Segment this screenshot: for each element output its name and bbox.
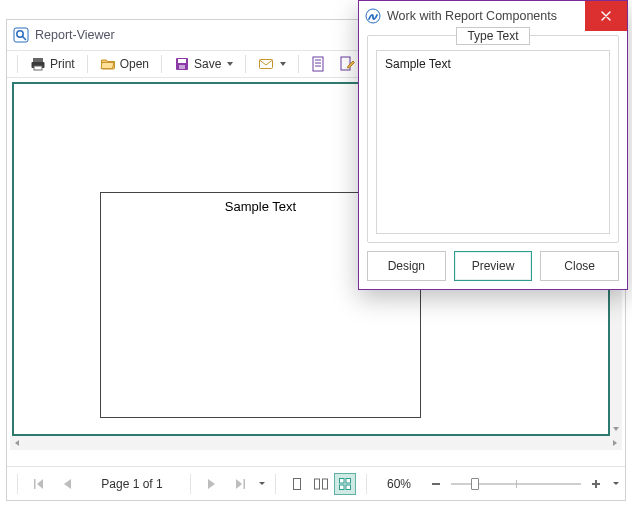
next-page-button[interactable]: [201, 473, 223, 495]
toolbar-separator: [298, 55, 299, 73]
svg-rect-28: [432, 483, 440, 485]
svg-rect-7: [178, 59, 186, 63]
svg-rect-23: [323, 479, 328, 489]
svg-rect-25: [346, 478, 351, 483]
toolbar-separator: [87, 55, 88, 73]
print-button[interactable]: Print: [24, 53, 81, 75]
scroll-down-icon[interactable]: [610, 422, 622, 436]
dialog-app-icon: [365, 8, 381, 24]
printer-icon: [30, 56, 46, 72]
svg-rect-21: [294, 478, 301, 489]
chevron-down-icon: [280, 62, 286, 66]
app-icon: [13, 27, 29, 43]
dialog-title: Work with Report Components: [387, 9, 557, 23]
save-button[interactable]: Save: [168, 53, 239, 75]
mail-icon: [258, 56, 274, 72]
toolbar-separator: [161, 55, 162, 73]
chevron-down-icon[interactable]: [259, 482, 265, 485]
first-page-button[interactable]: [28, 473, 50, 495]
close-icon: [600, 10, 612, 22]
design-button[interactable]: Design: [367, 251, 446, 281]
svg-rect-8: [179, 65, 185, 69]
text-input[interactable]: Sample Text: [376, 50, 610, 234]
svg-rect-19: [34, 479, 36, 489]
chevron-down-icon: [227, 62, 233, 66]
page-icon: [311, 56, 325, 72]
zoom-slider[interactable]: [451, 475, 581, 493]
view-mode-multi-button[interactable]: [334, 473, 356, 495]
dialog-button-row: Design Preview Close: [367, 251, 619, 281]
svg-rect-24: [340, 478, 345, 483]
horizontal-scrollbar[interactable]: [10, 436, 622, 450]
scroll-right-icon[interactable]: [608, 436, 622, 450]
type-text-group: Type Text Sample Text: [367, 35, 619, 243]
svg-rect-9: [260, 60, 273, 69]
page-pencil-icon: [339, 56, 355, 72]
status-bar: Page 1 of 1 60%: [7, 466, 625, 500]
statusbar-separator: [190, 474, 191, 494]
svg-rect-10: [313, 57, 323, 71]
zoom-slider-thumb[interactable]: [471, 478, 479, 490]
save-icon: [174, 56, 190, 72]
view-mode-group: [286, 473, 356, 495]
toolbar-separator: [17, 55, 18, 73]
statusbar-separator: [275, 474, 276, 494]
svg-rect-22: [315, 479, 320, 489]
scroll-left-icon[interactable]: [10, 436, 24, 450]
zoom-percent[interactable]: 60%: [377, 477, 421, 491]
page-indicator: Page 1 of 1: [84, 477, 180, 491]
save-label: Save: [194, 57, 221, 71]
svg-rect-3: [33, 58, 43, 62]
open-button[interactable]: Open: [94, 53, 155, 75]
svg-rect-30: [595, 480, 597, 488]
svg-rect-5: [34, 66, 42, 70]
toolbar-separator: [245, 55, 246, 73]
type-text-group-label: Type Text: [456, 27, 529, 45]
page-setup-button[interactable]: [305, 53, 331, 75]
svg-rect-20: [244, 479, 246, 489]
prev-page-button[interactable]: [56, 473, 78, 495]
zoom-out-button[interactable]: [427, 475, 445, 493]
chevron-down-icon[interactable]: [613, 482, 619, 485]
work-with-report-components-dialog: Work with Report Components Type Text Sa…: [358, 0, 628, 290]
send-button[interactable]: [252, 53, 292, 75]
window-title: Report-Viewer: [35, 28, 115, 42]
svg-rect-27: [346, 485, 351, 490]
close-button[interactable]: Close: [540, 251, 619, 281]
view-mode-continuous-button[interactable]: [310, 473, 332, 495]
last-page-button[interactable]: [229, 473, 251, 495]
statusbar-separator: [17, 474, 18, 494]
folder-open-icon: [100, 56, 116, 72]
statusbar-separator: [366, 474, 367, 494]
print-label: Print: [50, 57, 75, 71]
preview-button[interactable]: Preview: [454, 251, 533, 281]
zoom-in-button[interactable]: [587, 475, 605, 493]
view-mode-single-button[interactable]: [286, 473, 308, 495]
svg-rect-26: [340, 485, 345, 490]
open-label: Open: [120, 57, 149, 71]
